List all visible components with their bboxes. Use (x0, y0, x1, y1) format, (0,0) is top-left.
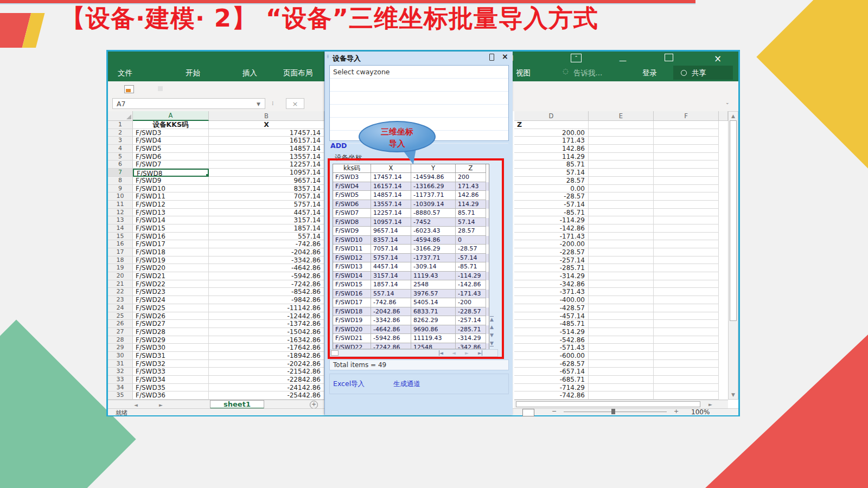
cell-f[interactable] (654, 256, 719, 265)
cell-e[interactable] (589, 129, 654, 137)
cell-kks[interactable]: F/SWD23 (133, 288, 209, 296)
cell-z[interactable]: -657.14 (514, 368, 589, 376)
cell-f[interactable] (654, 240, 719, 248)
cell-z[interactable]: -571.43 (514, 344, 589, 352)
cell-kks[interactable]: F/SWD11 (133, 192, 209, 201)
cell-x[interactable]: -4642.86 (209, 264, 324, 272)
cell-z[interactable]: 57.14 (514, 169, 589, 177)
cell-kks[interactable]: F/SWD7 (133, 160, 209, 169)
pager-last-icon[interactable]: ► (478, 350, 482, 356)
cell-x[interactable]: 10957.14 (209, 169, 324, 177)
cell-e[interactable] (589, 240, 654, 248)
cell-z[interactable]: -257.14 (514, 256, 589, 265)
sheet-nav-left-icon[interactable]: ◄ (134, 402, 138, 408)
cell-x[interactable]: 9657.14 (209, 177, 324, 185)
cell-f[interactable] (654, 336, 719, 344)
cell-f[interactable] (654, 320, 719, 328)
cell-z[interactable]: -600.00 (514, 352, 589, 360)
paste-options-icon[interactable] (124, 85, 134, 93)
cell-f[interactable] (654, 192, 719, 201)
list-item-empty[interactable] (330, 79, 508, 92)
cell-z[interactable]: -28.57 (514, 192, 589, 201)
cell-f[interactable] (654, 264, 719, 272)
cell-z[interactable]: 85.71 (514, 160, 589, 169)
cell-f[interactable] (654, 129, 719, 137)
share-button[interactable]: 共享 (673, 66, 733, 80)
cell-e[interactable] (589, 336, 654, 344)
cell-f[interactable] (654, 224, 719, 233)
cell-kks[interactable]: F/SWD12 (133, 201, 209, 209)
cell-x[interactable]: 5757.14 (209, 201, 324, 209)
sheet-tab-sheet1[interactable]: sheet1 (210, 400, 264, 409)
cell-e[interactable] (589, 280, 654, 288)
cell-x[interactable]: -8542.86 (209, 288, 324, 296)
cell-x[interactable]: -2042.86 (209, 248, 324, 256)
cell-f[interactable] (654, 368, 719, 376)
cell-z[interactable]: -542.86 (514, 336, 589, 344)
sheet-nav-right-icon[interactable]: ► (159, 402, 163, 408)
list-item-empty[interactable] (330, 92, 508, 105)
cell-z[interactable]: 200.00 (514, 129, 589, 137)
cell-z[interactable]: -371.43 (514, 288, 589, 296)
cell-e[interactable] (589, 288, 654, 296)
cell-f[interactable] (654, 360, 719, 368)
cell-f[interactable] (654, 280, 719, 288)
cell-kks[interactable]: F/SWD3 (133, 129, 209, 137)
horizontal-scroll-thumb[interactable] (516, 401, 700, 407)
cell-x[interactable]: -17642.86 (209, 344, 324, 352)
cell-f[interactable] (654, 137, 719, 145)
tab-insert[interactable]: 插入 (242, 68, 257, 78)
generate-channel-link[interactable]: 生成通道 (393, 380, 420, 389)
cell-x[interactable]: 12257.14 (209, 160, 324, 169)
cell-f[interactable] (654, 384, 719, 392)
name-box-dropdown-icon[interactable]: ▼ (257, 99, 260, 110)
list-item-empty[interactable] (330, 105, 508, 118)
cell-f[interactable] (654, 209, 719, 217)
cell-kks[interactable]: F/SWD35 (133, 384, 209, 392)
cell-f[interactable] (654, 304, 719, 312)
pager-prev-icon[interactable]: ◄ (452, 350, 456, 356)
cell-kks[interactable]: F/SWD4 (133, 137, 209, 145)
cell-e[interactable] (589, 320, 654, 328)
cell-e[interactable] (589, 312, 654, 320)
cell-e[interactable] (589, 137, 654, 145)
column-header-d[interactable]: D (514, 111, 589, 121)
cell-e[interactable] (589, 352, 654, 360)
add-sheet-icon[interactable]: + (310, 401, 318, 409)
cell-e[interactable] (589, 368, 654, 376)
cell-e[interactable] (589, 177, 654, 185)
cell-e[interactable] (589, 272, 654, 280)
cell-kks[interactable]: F/SWD10 (133, 185, 209, 193)
cell-x[interactable]: -25442.86 (209, 391, 324, 400)
cell-kks[interactable]: F/SWD22 (133, 280, 209, 288)
cell-kks[interactable]: F/SWD15 (133, 224, 209, 233)
cell-f[interactable] (654, 272, 719, 280)
cell-e[interactable] (589, 296, 654, 304)
cell-kks[interactable]: F/SWD21 (133, 272, 209, 280)
cell-x[interactable]: -16342.86 (209, 336, 324, 344)
cell-kks[interactable]: F/SWD27 (133, 320, 209, 328)
cell-x[interactable]: -9842.86 (209, 296, 324, 304)
cell-f[interactable] (654, 288, 719, 296)
column-header-e[interactable]: E (589, 111, 654, 121)
cell-kks[interactable]: F/SWD33 (133, 368, 209, 376)
cell-f[interactable] (654, 376, 719, 384)
table-vscroll[interactable]: ▲ ▲ ▼ ▼ (489, 316, 497, 349)
column-header-b[interactable]: B (209, 111, 324, 121)
cell-x[interactable]: -11142.86 (209, 304, 324, 312)
cell-e[interactable] (589, 209, 654, 217)
cell-x[interactable]: 557.14 (209, 233, 324, 241)
cell-z[interactable]: -514.29 (514, 328, 589, 336)
table-hscroll-thumb[interactable] (331, 350, 339, 356)
scroll-up-small-icon[interactable]: ▲ (490, 324, 494, 330)
cell-z[interactable]: -342.86 (514, 280, 589, 288)
cell-kks[interactable]: F/SWD28 (133, 328, 209, 336)
cell-kks[interactable]: F/SWD6 (133, 153, 209, 161)
cell-kks[interactable]: F/SWD13 (133, 209, 209, 217)
cell-x[interactable]: 8357.14 (209, 185, 324, 193)
cell-x[interactable]: 1857.14 (209, 224, 324, 233)
column-header-f[interactable]: F (654, 111, 719, 121)
cell-z[interactable]: 171.43 (514, 137, 589, 145)
table-hscroll[interactable]: ◄ ◄ ► ► (330, 349, 498, 357)
cell-e[interactable] (589, 233, 654, 241)
